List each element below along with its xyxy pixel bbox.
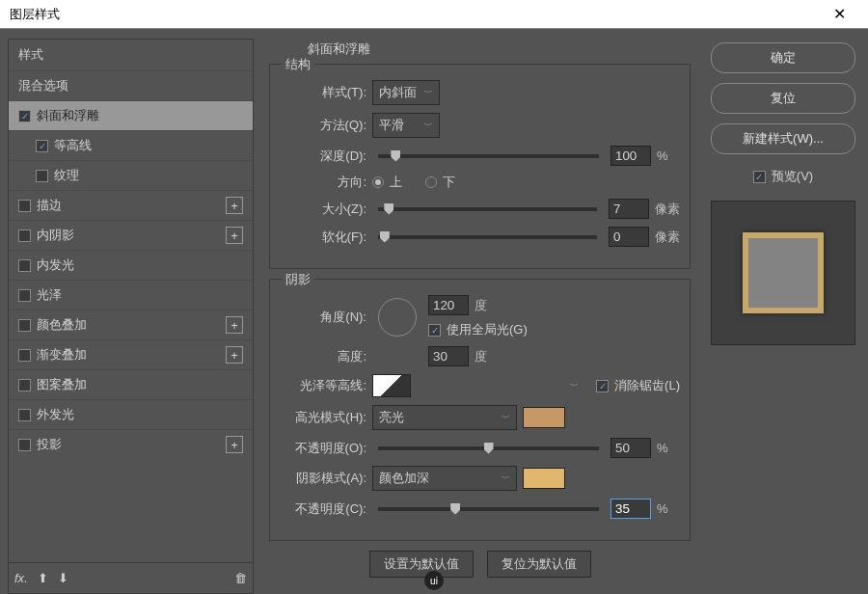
style-checkbox[interactable] [36, 170, 48, 182]
sidebar-item-2[interactable]: 纹理 [9, 160, 253, 190]
style-label: 投影 [37, 436, 220, 453]
style-checkbox[interactable] [18, 230, 31, 242]
angle-wheel[interactable] [378, 298, 417, 337]
preview-checkbox[interactable] [753, 171, 766, 183]
highlight-color-swatch[interactable] [523, 407, 565, 428]
sidebar-item-9[interactable]: 图案叠加 [9, 369, 253, 399]
depth-slider[interactable] [378, 154, 599, 158]
style-label: 颜色叠加 [37, 316, 220, 334]
angle-input[interactable] [428, 295, 469, 315]
style-label: 斜面和浮雕 [37, 107, 243, 124]
watermark-icon: ui [424, 571, 444, 590]
shadow-opacity-slider[interactable] [378, 507, 599, 511]
style-checkbox[interactable] [18, 379, 31, 392]
style-checkbox[interactable] [18, 200, 31, 212]
plus-icon[interactable]: + [226, 346, 243, 364]
sidebar-item-6[interactable]: 光泽 [9, 280, 253, 310]
shadow-mode-dropdown[interactable]: 颜色加深﹀ [372, 466, 517, 491]
styles-sidebar: 样式 混合选项 斜面和浮雕等高线纹理描边+内阴影+内发光光泽颜色叠加+渐变叠加+… [8, 39, 254, 594]
window-title: 图层样式 [10, 6, 820, 23]
ok-button[interactable]: 确定 [711, 42, 855, 73]
preview-thumbnail [711, 201, 855, 345]
style-label: 外发光 [37, 406, 243, 423]
direction-up-radio[interactable] [372, 176, 384, 188]
sidebar-header-styles[interactable]: 样式 [9, 40, 253, 70]
arrow-down-icon[interactable]: ⬇ [58, 571, 68, 585]
style-checkbox[interactable] [18, 439, 31, 451]
altitude-input[interactable] [428, 346, 469, 366]
chevron-down-icon[interactable]: ﹀ [570, 380, 579, 392]
style-checkbox[interactable] [18, 409, 31, 421]
style-label: 光泽 [37, 286, 243, 304]
right-panel: 确定 复位 新建样式(W)... 预览(V) [706, 39, 860, 594]
new-style-button[interactable]: 新建样式(W)... [711, 123, 855, 154]
shadow-group: 阴影 角度(N): 度 使用全局光(G) 高度: [269, 279, 691, 541]
style-checkbox[interactable] [18, 349, 31, 362]
sidebar-item-1[interactable]: 等高线 [9, 130, 253, 160]
shadow-color-swatch[interactable] [523, 468, 565, 489]
chevron-down-icon: ﹀ [424, 120, 433, 132]
style-label: 等高线 [54, 137, 243, 154]
highlight-opacity-input[interactable] [610, 438, 651, 458]
sidebar-item-8[interactable]: 渐变叠加+ [9, 339, 253, 369]
sidebar-footer: fx. ⬆ ⬇ 🗑 [8, 563, 254, 594]
global-light-checkbox[interactable] [428, 324, 441, 337]
style-checkbox[interactable] [18, 110, 31, 122]
depth-input[interactable] [610, 146, 651, 166]
gloss-contour[interactable] [372, 374, 411, 397]
structure-group: 结构 样式(T): 内斜面﹀ 方法(Q): 平滑﹀ 深度(D): % 方向 [269, 64, 691, 269]
settings-panel: 斜面和浮雕 结构 样式(T): 内斜面﹀ 方法(Q): 平滑﹀ 深度(D): % [261, 39, 698, 594]
style-label: 内发光 [37, 256, 243, 274]
method-dropdown[interactable]: 平滑﹀ [372, 113, 440, 138]
style-label: 渐变叠加 [37, 346, 220, 364]
make-default-button[interactable]: 设置为默认值 [369, 551, 474, 578]
titlebar: 图层样式 ✕ [0, 0, 868, 29]
chevron-down-icon: ﹀ [502, 412, 510, 424]
sidebar-item-5[interactable]: 内发光 [9, 250, 253, 280]
cancel-button[interactable]: 复位 [711, 83, 855, 114]
sidebar-header-blend[interactable]: 混合选项 [9, 70, 253, 100]
trash-icon[interactable]: 🗑 [234, 571, 247, 585]
sidebar-item-0[interactable]: 斜面和浮雕 [9, 100, 253, 130]
plus-icon[interactable]: + [226, 316, 243, 334]
plus-icon[interactable]: + [226, 197, 243, 214]
soften-slider[interactable] [378, 235, 597, 239]
style-checkbox[interactable] [18, 289, 31, 302]
arrow-up-icon[interactable]: ⬆ [38, 571, 48, 585]
sidebar-item-7[interactable]: 颜色叠加+ [9, 310, 253, 339]
plus-icon[interactable]: + [226, 436, 243, 453]
style-checkbox[interactable] [36, 140, 48, 152]
plus-icon[interactable]: + [226, 227, 243, 244]
sidebar-item-3[interactable]: 描边+ [9, 190, 253, 220]
close-icon[interactable]: ✕ [820, 5, 858, 23]
style-label: 描边 [37, 197, 220, 214]
sidebar-item-4[interactable]: 内阴影+ [9, 220, 253, 250]
fx-menu[interactable]: fx. [14, 571, 28, 585]
size-slider[interactable] [378, 207, 597, 211]
shadow-opacity-input[interactable] [610, 499, 651, 519]
reset-default-button[interactable]: 复位为默认值 [487, 551, 591, 578]
style-label: 图案叠加 [37, 376, 243, 393]
sidebar-item-10[interactable]: 外发光 [9, 399, 253, 429]
style-label: 纹理 [54, 167, 243, 184]
antialias-checkbox[interactable] [596, 380, 609, 392]
highlight-opacity-slider[interactable] [378, 446, 599, 450]
size-input[interactable] [609, 199, 649, 219]
style-label: 内阴影 [37, 227, 220, 244]
style-checkbox[interactable] [18, 259, 31, 272]
chevron-down-icon: ﹀ [424, 87, 433, 99]
soften-input[interactable] [609, 227, 649, 247]
style-dropdown[interactable]: 内斜面﹀ [372, 80, 440, 105]
highlight-mode-dropdown[interactable]: 亮光﹀ [372, 405, 517, 430]
panel-title: 斜面和浮雕 [308, 40, 691, 58]
sidebar-item-11[interactable]: 投影+ [9, 429, 253, 459]
chevron-down-icon: ﹀ [502, 472, 510, 485]
style-checkbox[interactable] [18, 319, 31, 332]
direction-down-radio[interactable] [425, 176, 437, 188]
